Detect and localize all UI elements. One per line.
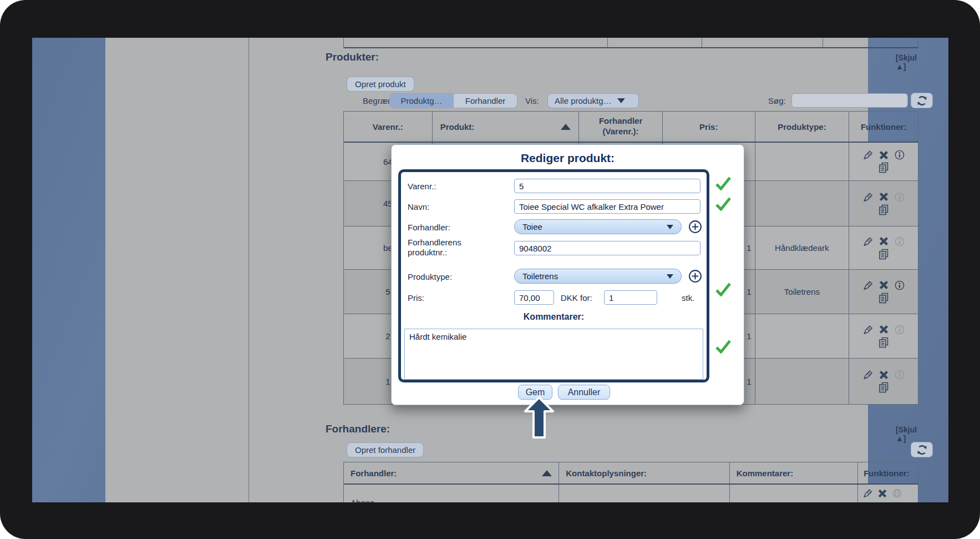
screenshot-stage: Produkter: [Skjul ▲] Opret produkt Begræ…	[0, 0, 980, 539]
refresh-products-button[interactable]	[911, 93, 933, 108]
kommentarer-label: Kommentarer:	[401, 312, 707, 322]
col-header-kommentarer[interactable]: Kommentarer:	[730, 462, 859, 483]
varenr-field[interactable]	[514, 179, 700, 193]
edit-icon[interactable]	[862, 236, 874, 247]
cell-funktioner	[849, 314, 918, 358]
add-produktype-button[interactable]	[688, 269, 702, 283]
cell-funktioner	[858, 485, 918, 502]
limit-productgroup-button[interactable]: Produktg…	[389, 93, 454, 108]
info-icon[interactable]	[894, 236, 905, 247]
limit-reseller-button[interactable]: Forhandler	[454, 93, 517, 108]
col-header-forhandler[interactable]: Forhandler:	[344, 462, 559, 483]
forhandler-dropdown[interactable]: Toiee	[514, 219, 682, 234]
resellers-collapse-link[interactable]: [Skjul ▲]	[896, 425, 917, 443]
cell-kontaktoplysninger	[559, 485, 729, 502]
cell-funktioner	[849, 181, 918, 226]
sort-asc-icon	[561, 124, 571, 130]
col-header-produkt[interactable]: Produkt:	[433, 112, 580, 142]
delete-icon[interactable]	[879, 192, 889, 202]
cell-produktype	[755, 143, 850, 180]
create-product-button[interactable]: Opret produkt	[347, 77, 414, 92]
products-section-title: Produkter:	[326, 51, 379, 63]
copy-icon[interactable]	[877, 336, 890, 349]
search-label: Søg:	[768, 96, 786, 105]
info-icon[interactable]	[894, 369, 905, 380]
edit-icon[interactable]	[862, 488, 873, 498]
edit-product-dialog: Rediger produkt: Varenr.: Navn: Forhandl…	[391, 144, 744, 405]
sort-asc-icon	[542, 470, 552, 476]
cancel-button[interactable]: Annuller	[558, 385, 610, 400]
view-dropdown-value: Alle produktg…	[555, 96, 612, 105]
copy-icon[interactable]	[877, 381, 890, 394]
cell-produktype	[755, 181, 850, 226]
dialog-title: Rediger produkt:	[392, 152, 744, 165]
add-forhandler-button[interactable]	[688, 220, 702, 234]
produktype-label: Produktype:	[408, 272, 452, 281]
pris-label: Pris:	[408, 293, 424, 303]
delete-icon[interactable]	[879, 280, 889, 290]
content-panel: Produkter: [Skjul ▲] Opret produkt Begræ…	[105, 38, 868, 502]
resellers-table-header: Forhandler: Kontaktoplysninger: Kommenta…	[344, 462, 918, 485]
table-fragment-top	[343, 38, 918, 48]
chevron-down-icon	[667, 225, 673, 229]
gem-pointer-arrow	[524, 396, 555, 439]
table-row: Abena	[344, 485, 918, 502]
delete-icon[interactable]	[877, 488, 887, 498]
cell-forhandler: Abena	[344, 485, 559, 502]
col-header-kontaktoplysninger[interactable]: Kontaktoplysninger:	[559, 462, 729, 483]
view-dropdown[interactable]: Alle produktg…	[547, 93, 639, 108]
col-header-pris[interactable]: Pris:	[663, 112, 755, 142]
copy-icon[interactable]	[877, 248, 890, 260]
copy-icon[interactable]	[877, 292, 890, 304]
edit-icon[interactable]	[862, 369, 874, 380]
col-header-forhandler[interactable]: Forhandler (Varenr.):	[579, 112, 663, 142]
kommentarer-field[interactable]: Hårdt kemikalie	[404, 329, 703, 380]
delete-icon[interactable]	[879, 150, 889, 160]
antal-field[interactable]	[604, 290, 657, 305]
info-icon[interactable]	[894, 192, 905, 203]
resellers-table: Forhandler: Kontaktoplysninger: Kommenta…	[343, 462, 918, 502]
cell-produktype: Håndklædeark	[755, 226, 850, 269]
info-icon[interactable]	[894, 280, 905, 291]
navn-label: Navn:	[408, 202, 429, 211]
col-header-varenr[interactable]: Varenr.:	[344, 112, 433, 142]
delete-icon[interactable]	[879, 236, 889, 246]
sidebar-divider	[248, 38, 249, 502]
edit-icon[interactable]	[862, 324, 874, 335]
pris-field[interactable]	[514, 290, 554, 305]
dkk-for-label: DKK for:	[561, 293, 592, 303]
col-header-produktype[interactable]: Produktype:	[755, 112, 850, 142]
delete-icon[interactable]	[879, 370, 889, 380]
produktype-dropdown[interactable]: Toiletrens	[514, 269, 682, 284]
col-header-funktioner: Funktioner:	[858, 462, 918, 483]
search-input[interactable]	[791, 93, 908, 108]
info-icon[interactable]	[894, 324, 905, 335]
cell-produktype	[755, 314, 850, 358]
copy-icon[interactable]	[877, 204, 890, 216]
cell-funktioner	[849, 226, 918, 269]
chevron-down-icon	[617, 98, 625, 103]
plus-circle-icon	[688, 269, 702, 283]
cell-produktype	[755, 359, 850, 404]
forhandler-dropdown-value: Toiee	[522, 222, 542, 231]
check-icon	[715, 197, 732, 211]
refresh-resellers-button[interactable]	[911, 442, 933, 457]
refresh-icon	[916, 444, 928, 456]
col-header-funktioner: Funktioner:	[849, 112, 918, 142]
create-reseller-button[interactable]: Opret forhandler	[347, 442, 424, 457]
info-icon[interactable]	[894, 149, 905, 160]
products-collapse-link[interactable]: [Skjul ▲]	[896, 53, 917, 71]
navn-field[interactable]	[514, 199, 700, 214]
globe-icon[interactable]	[892, 488, 902, 498]
forhandler-produktnr-field[interactable]	[514, 241, 700, 255]
cell-funktioner	[849, 359, 918, 404]
copy-icon[interactable]	[877, 162, 890, 174]
edit-icon[interactable]	[862, 192, 874, 203]
forhandler-produktnr-label: Forhandlerens produktnr.:	[408, 238, 461, 258]
delete-icon[interactable]	[879, 324, 889, 335]
produktype-dropdown-value: Toiletrens	[522, 271, 558, 281]
stk-label: stk.	[682, 293, 694, 303]
browser-viewport: Produkter: [Skjul ▲] Opret produkt Begræ…	[32, 38, 948, 502]
edit-icon[interactable]	[862, 280, 874, 291]
edit-icon[interactable]	[862, 149, 874, 160]
